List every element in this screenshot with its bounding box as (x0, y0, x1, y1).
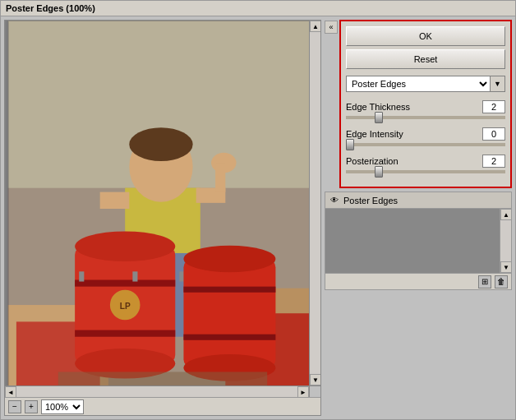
svg-rect-11 (100, 192, 130, 209)
svg-rect-28 (183, 287, 275, 293)
layers-header: 👁 Poster Edges (325, 192, 511, 209)
svg-rect-25 (183, 259, 275, 367)
slider-label-2: Edge Intensity (346, 129, 403, 139)
preview-bottom-bar: − + 100% (5, 397, 320, 415)
preview-scrollbar-h[interactable]: ◄ ► (5, 385, 309, 397)
scroll-corner (309, 385, 320, 397)
layer-thumbnail-area (325, 209, 500, 273)
new-effect-btn[interactable]: ⊞ (478, 275, 491, 288)
slider-label-row-1: Edge Thickness 2 (346, 100, 505, 113)
scroll-right-icon: ► (300, 389, 306, 396)
svg-point-16 (75, 231, 175, 261)
filter-dropdown-btn[interactable]: ▼ (491, 76, 505, 92)
zoom-select[interactable]: 100% (41, 399, 84, 414)
image-container: LP (5, 21, 320, 397)
zoom-out-btn[interactable]: − (8, 400, 21, 413)
layers-scroll-track[interactable] (500, 220, 511, 261)
svg-rect-18 (75, 280, 175, 287)
layers-panel: 👁 Poster Edges ▲ ▼ (325, 192, 512, 290)
slider-label-1: Edge Thickness (346, 102, 410, 112)
scroll-right-btn[interactable]: ► (297, 386, 309, 397)
slider-label-row-3: Posterization 2 (346, 155, 505, 168)
controls-box: OK Reset Poster Edges ▼ (339, 20, 512, 188)
slider-value-1[interactable]: 2 (482, 100, 505, 113)
collapse-area: « OK Reset Poster Edges ▼ (325, 20, 512, 188)
layers-scrollbar-v[interactable]: ▲ ▼ (500, 209, 511, 273)
slider-value-3[interactable]: 2 (482, 155, 505, 168)
title-bar: Poster Edges (100%) (1, 1, 515, 16)
slider-posterization: Posterization 2 (346, 155, 505, 175)
visibility-eye-icon[interactable]: 👁 (329, 195, 340, 206)
svg-rect-19 (75, 330, 175, 337)
slider-value-2[interactable]: 0 (482, 127, 505, 141)
svg-rect-22 (79, 271, 84, 281)
preview-panel: LP (4, 20, 321, 416)
scroll-left-btn[interactable]: ◄ (5, 386, 16, 397)
svg-rect-23 (132, 271, 137, 281)
slider-label-3: Posterization (346, 156, 399, 166)
delete-effect-btn[interactable]: 🗑 (495, 275, 508, 288)
slider-track-1[interactable] (346, 116, 505, 119)
layers-bottom-bar: ⊞ 🗑 (325, 273, 511, 289)
filter-select-row: Poster Edges ▼ (346, 76, 505, 92)
collapse-btn[interactable]: « (325, 21, 338, 34)
slider-track-2[interactable] (346, 143, 505, 146)
svg-point-26 (183, 246, 275, 273)
new-effect-icon: ⊞ (481, 277, 488, 286)
zoom-in-btn[interactable]: + (25, 400, 38, 413)
preview-image: LP (5, 21, 320, 397)
layers-scroll-up-btn[interactable]: ▲ (500, 209, 512, 220)
scroll-track-v[interactable] (310, 32, 320, 374)
preview-scrollbar-v[interactable]: ▲ ▼ (309, 21, 320, 385)
svg-text:LP: LP (120, 302, 131, 311)
layers-scroll-down-icon: ▼ (503, 264, 509, 271)
main-window: Poster Edges (100%) (0, 0, 516, 420)
ok-button[interactable]: OK (346, 26, 505, 46)
slider-label-row-2: Edge Intensity 0 (346, 127, 505, 141)
scroll-up-icon: ▲ (312, 23, 319, 30)
scroll-down-btn[interactable]: ▼ (310, 374, 320, 385)
svg-rect-14 (215, 163, 225, 192)
slider-thumb-3[interactable] (375, 166, 383, 178)
filter-select[interactable]: Poster Edges (346, 76, 491, 92)
reset-button[interactable]: Reset (346, 49, 505, 69)
scroll-down-icon: ▼ (312, 376, 319, 384)
svg-point-10 (129, 127, 192, 161)
slider-thumb-1[interactable] (375, 112, 383, 123)
zoom-in-icon: + (29, 402, 34, 411)
window-title: Poster Edges (100%) (6, 3, 95, 13)
scroll-left-icon: ◄ (7, 389, 14, 396)
slider-thumb-2[interactable] (346, 139, 354, 150)
delete-icon: 🗑 (497, 277, 505, 286)
filter-dropdown-icon: ▼ (494, 80, 501, 88)
content-area: LP (1, 16, 515, 419)
zoom-out-icon: − (12, 402, 17, 411)
scroll-track-h[interactable] (16, 386, 297, 397)
slider-edge-intensity: Edge Intensity 0 (346, 127, 505, 148)
svg-rect-29 (183, 335, 275, 340)
slider-track-3[interactable] (346, 170, 505, 173)
slider-edge-thickness: Edge Thickness 2 (346, 100, 505, 121)
layers-content: ▲ ▼ (325, 209, 511, 273)
scroll-up-btn[interactable]: ▲ (310, 21, 320, 32)
layers-scroll-down-btn[interactable]: ▼ (500, 261, 512, 273)
collapse-icon: « (329, 23, 333, 31)
layer-name-label: Poster Edges (343, 196, 398, 205)
right-panel: « OK Reset Poster Edges ▼ (325, 20, 512, 416)
layers-scroll-up-icon: ▲ (503, 211, 509, 219)
